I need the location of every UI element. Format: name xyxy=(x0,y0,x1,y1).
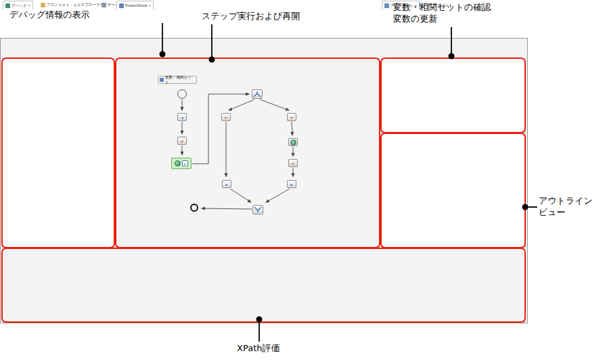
node-resultcheck[interactable] xyxy=(252,89,263,99)
callout-variables-line1: 変数・相関セットの確認 xyxy=(393,1,491,13)
bpel-file-icon xyxy=(119,3,124,8)
node-stockallocation-pre[interactable]: ⇄ xyxy=(177,137,187,145)
reply-glyph-icon: ▸ xyxy=(290,182,292,187)
editor-panel xyxy=(116,58,380,248)
transform-glyph-icon: ⇄ xyxy=(291,161,294,166)
java-invoke-globe-icon xyxy=(290,139,296,145)
node-receive[interactable]: ◂ xyxy=(177,113,187,121)
close-icon[interactable]: × xyxy=(28,3,31,7)
node-delivery-arrangement[interactable] xyxy=(288,138,298,146)
debug-view-panel xyxy=(2,58,114,248)
node-nostock-arrangement[interactable]: ⇄ xyxy=(221,113,231,121)
callout-outline-line2: ビュー xyxy=(539,206,593,218)
callout-outline-line1: アウトライン xyxy=(539,195,593,206)
transform-glyph-icon: ⇄ xyxy=(290,115,293,120)
varset-button[interactable]: 変数・相関セット xyxy=(158,76,197,84)
receive-glyph-icon: ◂ xyxy=(181,115,183,120)
node-resultcheck-end[interactable] xyxy=(252,205,263,214)
node-reply-success[interactable]: ▸ xyxy=(287,180,296,188)
transform-glyph-icon: ⇄ xyxy=(224,115,227,120)
java-invoke-globe-icon xyxy=(175,160,181,166)
callout-outline-view: アウトライン ビュー xyxy=(539,195,593,218)
transform-glyph-icon: ⇄ xyxy=(180,139,183,143)
outline-icon xyxy=(384,3,389,8)
merge-icon xyxy=(254,206,262,213)
callout-step-execution: ステップ実行および再開 xyxy=(202,10,300,22)
node-end-activity[interactable] xyxy=(190,204,198,212)
callout-variables: 変数・相関セットの確認 変数の更新 xyxy=(393,1,491,24)
reply-glyph-icon: ▸ xyxy=(225,182,227,187)
tab-productstock-editor[interactable]: ProductStock × xyxy=(116,1,154,9)
node-delivery-number[interactable]: ⇄ xyxy=(288,159,298,167)
node-reply-nostock[interactable]: ▸ xyxy=(222,180,231,188)
node-start-activity[interactable] xyxy=(177,89,187,99)
callout-variables-line2: 変数の更新 xyxy=(393,13,491,24)
callout-debug-info: デバッグ情報の表示 xyxy=(9,9,90,20)
server-icon xyxy=(102,3,106,7)
branch-icon xyxy=(253,91,261,97)
debug-icon xyxy=(5,3,10,8)
callout-xpath-eval: XPath評価 xyxy=(237,342,279,354)
bottom-panel xyxy=(2,248,525,323)
folder-icon xyxy=(41,3,45,7)
variables-panel xyxy=(381,58,526,133)
instruction-pointer-icon: ▸ xyxy=(182,160,188,166)
node-stockallocation-current[interactable]: ▸ xyxy=(171,158,192,169)
outline-panel xyxy=(381,133,526,248)
close-icon[interactable]: × xyxy=(149,3,152,7)
node-delivery-pre[interactable]: ⇄ xyxy=(287,113,296,121)
tab-servers[interactable]: サーバー xyxy=(99,1,114,9)
varset-icon xyxy=(160,78,164,82)
